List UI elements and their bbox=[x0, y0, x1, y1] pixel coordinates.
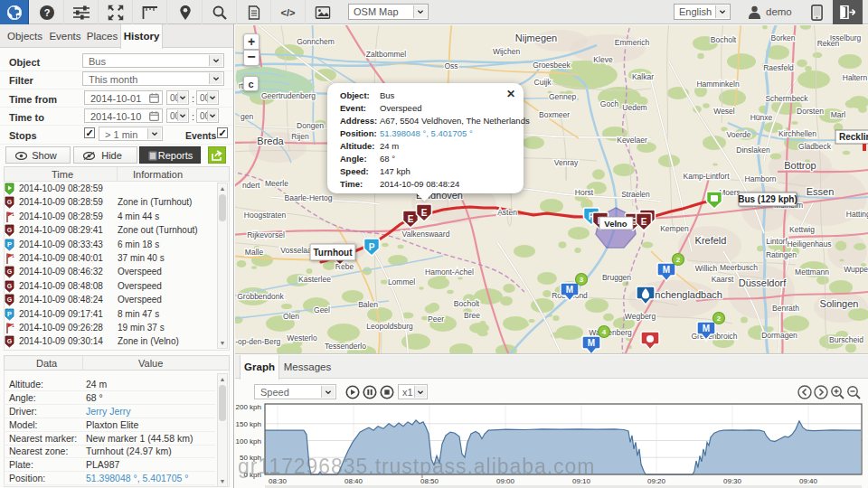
svg-text:Hamminkeln: Hamminkeln bbox=[696, 80, 740, 89]
svg-text:Bruggen: Bruggen bbox=[602, 273, 631, 282]
svg-text:Recklin: Recklin bbox=[839, 132, 868, 142]
svg-text:Bus (129 kph): Bus (129 kph) bbox=[738, 194, 797, 204]
svg-text:G: G bbox=[7, 227, 13, 233]
svg-text:Kamp-Lintfort: Kamp-Lintfort bbox=[683, 172, 730, 181]
svg-text:Westerlo: Westerlo bbox=[287, 333, 317, 343]
svg-text:Haltern a: Haltern a bbox=[843, 73, 868, 82]
svg-text:Groesbeek: Groesbeek bbox=[533, 61, 571, 70]
svg-text:09:30: 09:30 bbox=[723, 477, 742, 485]
svg-text:Asten: Asten bbox=[497, 208, 517, 217]
svg-text:Hoogstraten: Hoogstraten bbox=[244, 211, 287, 220]
svg-text:Kempen: Kempen bbox=[660, 224, 689, 233]
svg-text:Wijchen: Wijchen bbox=[493, 47, 521, 56]
svg-text:Tessenderlo: Tessenderlo bbox=[325, 342, 366, 351]
svg-text:2: 2 bbox=[676, 256, 681, 264]
svg-text:Uedem: Uedem bbox=[622, 103, 646, 112]
svg-text:Kettwig: Kettwig bbox=[789, 225, 815, 234]
svg-text:Essen: Essen bbox=[807, 186, 835, 197]
svg-text:Reken: Reken bbox=[817, 39, 840, 48]
svg-text:ndert: ndert bbox=[242, 181, 260, 190]
svg-text:3: 3 bbox=[580, 276, 584, 284]
svg-text:Borken: Borken bbox=[771, 33, 796, 42]
svg-text:Venray: Venray bbox=[554, 158, 579, 167]
svg-text:Kasterlee: Kasterlee bbox=[298, 275, 331, 284]
svg-text:Turnhout: Turnhout bbox=[313, 248, 353, 258]
svg-text:Marl: Marl bbox=[831, 110, 846, 119]
svg-text:Dongen: Dongen bbox=[297, 121, 324, 130]
svg-text:Nijmegen: Nijmegen bbox=[515, 33, 557, 43]
svg-text:Velno: Velno bbox=[604, 219, 627, 229]
svg-text:Meerbusch: Meerbusch bbox=[720, 263, 758, 272]
svg-text:G: G bbox=[7, 296, 13, 303]
svg-text:Meerle: Meerle bbox=[265, 179, 288, 188]
svg-text:Gennep: Gennep bbox=[549, 92, 577, 101]
svg-text:Dormagen: Dormagen bbox=[761, 331, 797, 340]
svg-text:09:40: 09:40 bbox=[799, 477, 818, 485]
svg-text:P: P bbox=[7, 240, 12, 249]
svg-text:M: M bbox=[703, 324, 710, 333]
svg-text:Wupper: Wupper bbox=[844, 265, 868, 274]
svg-text:Gladbeck: Gladbeck bbox=[798, 142, 832, 151]
svg-text:Zaltbommel: Zaltbommel bbox=[366, 50, 407, 59]
svg-text:Olen: Olen bbox=[283, 312, 299, 321]
svg-text:2: 2 bbox=[717, 314, 722, 323]
svg-text:Leopoldsburg: Leopoldsburg bbox=[366, 322, 413, 331]
svg-text:Solingen: Solingen bbox=[820, 298, 859, 309]
svg-text:G: G bbox=[7, 199, 13, 205]
svg-text:Kevelaer: Kevelaer bbox=[617, 136, 647, 145]
svg-text:Malle: Malle bbox=[245, 248, 264, 257]
svg-text:?: ? bbox=[43, 7, 50, 18]
svg-text:G: G bbox=[7, 338, 13, 344]
svg-text:Schermbeck: Schermbeck bbox=[765, 94, 808, 103]
svg-text:Vosselaar: Vosselaar bbox=[280, 246, 314, 255]
svg-text:gen: gen bbox=[241, 112, 253, 121]
svg-text:P: P bbox=[369, 242, 375, 252]
svg-text:Kleve: Kleve bbox=[593, 55, 613, 64]
svg-text:100 kph: 100 kph bbox=[236, 437, 261, 446]
svg-text:Straelen: Straelen bbox=[621, 190, 650, 199]
svg-text:Benrath: Benrath bbox=[772, 304, 799, 313]
svg-text:Cuijk: Cuijk bbox=[534, 78, 552, 87]
svg-text:M: M bbox=[588, 338, 595, 348]
svg-text:Bocholt: Bocholt bbox=[454, 299, 480, 308]
svg-text:200 kph: 200 kph bbox=[236, 403, 261, 411]
svg-text:Goch: Goch bbox=[600, 99, 619, 108]
svg-text:09:20: 09:20 bbox=[647, 477, 666, 485]
svg-text:Kirchhellen: Kirchhellen bbox=[778, 129, 816, 138]
svg-text:Hamont-Achel: Hamont-Achel bbox=[425, 267, 474, 277]
svg-text:Geel: Geel bbox=[314, 305, 330, 314]
svg-text:G: G bbox=[7, 283, 13, 289]
svg-text:Dorsten: Dorsten bbox=[797, 107, 824, 116]
svg-text:Dinslaken: Dinslaken bbox=[736, 145, 770, 155]
svg-text:Kalkar: Kalkar bbox=[632, 72, 654, 81]
svg-text:Oss: Oss bbox=[444, 61, 458, 70]
svg-text:M: M bbox=[566, 285, 573, 295]
svg-text:Bottrop: Bottrop bbox=[784, 160, 816, 171]
svg-text:Burscheid: Burscheid bbox=[829, 335, 863, 344]
svg-text:E: E bbox=[408, 214, 414, 224]
svg-text:Grobbendonk: Grobbendonk bbox=[237, 292, 284, 301]
svg-text:Willich: Willich bbox=[695, 264, 718, 273]
svg-text:Wegberg: Wegberg bbox=[625, 312, 656, 321]
svg-text:Düsseldorf: Düsseldorf bbox=[739, 277, 788, 288]
svg-text:Lintorf: Lintorf bbox=[766, 237, 788, 246]
svg-text:Hünxe: Hünxe bbox=[750, 113, 773, 122]
svg-text:Kaarst: Kaarst bbox=[712, 275, 734, 284]
svg-text:Geertrudenberg: Geertrudenberg bbox=[261, 91, 316, 100]
svg-text:Emmerich: Emmerich bbox=[615, 38, 650, 47]
svg-text:1: 1 bbox=[12, 323, 14, 328]
svg-text:P: P bbox=[7, 310, 12, 318]
svg-text:Hattingen: Hattingen bbox=[846, 210, 868, 219]
svg-text:Rijen: Rijen bbox=[291, 132, 309, 141]
svg-text:Heiligenhaus: Heiligenhaus bbox=[787, 239, 831, 249]
svg-text:Gonnchem: Gonnchem bbox=[297, 37, 335, 46]
svg-text:4: 4 bbox=[602, 328, 607, 336]
svg-text:Hamborn: Hamborn bbox=[745, 174, 777, 183]
svg-text:150 kph: 150 kph bbox=[236, 420, 261, 428]
svg-text:Peer: Peer bbox=[428, 314, 444, 324]
svg-text:Krefeld: Krefeld bbox=[695, 235, 727, 246]
svg-text:Mettmann: Mettmann bbox=[795, 267, 829, 277]
svg-text:E: E bbox=[421, 208, 428, 218]
svg-text:Lommel: Lommel bbox=[388, 277, 415, 286]
svg-text:Ratingen: Ratingen bbox=[766, 250, 797, 259]
